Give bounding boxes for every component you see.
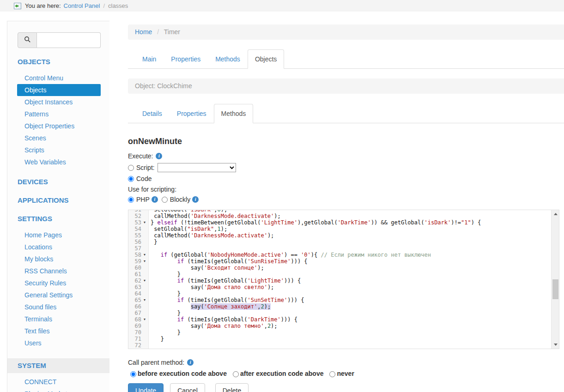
- parent-option-radio-before-execution-code-above[interactable]: [130, 371, 136, 377]
- code-text[interactable]: }: [149, 329, 181, 336]
- code-text[interactable]: say('Дома стало темно',2);: [149, 323, 278, 329]
- code-line-53[interactable]: 53▾} elseif (!timeBetween(getGlobal('Lig…: [128, 219, 551, 226]
- tab-properties[interactable]: Properties: [164, 49, 208, 69]
- fold-arrow-icon[interactable]: ▾: [141, 258, 148, 265]
- sidebar-item-patterns[interactable]: Patterns: [17, 108, 101, 120]
- breadcrumb-control-panel-link[interactable]: Control Panel: [64, 2, 100, 9]
- code-line-62[interactable]: 62▾ if (timeIs(getGlobal('LightTime'))) …: [128, 277, 551, 284]
- editor-scrollbar[interactable]: [551, 210, 559, 349]
- code-text[interactable]: say('Солнце заходит',2);: [149, 303, 271, 310]
- code-radio[interactable]: [128, 176, 134, 182]
- code-line-71[interactable]: 71 }: [128, 336, 551, 342]
- subtab-methods[interactable]: Methods: [214, 104, 254, 123]
- code-text[interactable]: [149, 342, 151, 349]
- sidebar-item-connect[interactable]: CONNECT: [17, 376, 101, 388]
- code-text[interactable]: if (timeIs(getGlobal('DarkTime'))) {: [149, 316, 297, 323]
- sidebar-item-object-properties[interactable]: Object Properties: [17, 120, 101, 132]
- code-line-70[interactable]: 70 }: [128, 329, 551, 336]
- php-radio[interactable]: [128, 197, 134, 203]
- call-parent-info-icon[interactable]: i: [187, 359, 194, 366]
- code-line-61[interactable]: 61 }: [128, 271, 551, 277]
- script-select[interactable]: [158, 163, 236, 172]
- code-line-65[interactable]: 65▾ if (timeIs(getGlobal('SunSetTime')))…: [128, 297, 551, 303]
- code-text[interactable]: callMethod('DarknessMode.activate');: [149, 232, 274, 239]
- code-line-52[interactable]: 52 callMethod('DarknessMode.deactivate')…: [128, 213, 551, 219]
- scroll-down-arrow[interactable]: [552, 341, 559, 349]
- code-label[interactable]: Code: [136, 175, 152, 182]
- sidebar-item-rss-channels[interactable]: RSS Channels: [17, 265, 101, 277]
- code-line-66[interactable]: 66 say('Солнце заходит',2);: [128, 303, 551, 310]
- code-text[interactable]: }: [149, 271, 181, 277]
- code-line-63[interactable]: 63 say('Дома стало светло');: [128, 284, 551, 290]
- sidebar-item-security-rules[interactable]: Security Rules: [17, 277, 101, 289]
- cancel-button[interactable]: Cancel: [170, 383, 205, 392]
- code-line-57[interactable]: 57: [128, 245, 551, 252]
- sidebar-item-control-menu[interactable]: Control Menu: [17, 72, 101, 84]
- code-text[interactable]: if (timeIs(getGlobal('LightTime'))) {: [149, 277, 301, 284]
- sidebar-item-sound-files[interactable]: Sound files: [17, 301, 101, 313]
- tab-main[interactable]: Main: [135, 49, 164, 69]
- breadcrumb-home-link[interactable]: Home: [135, 28, 152, 36]
- sidebar-item-general-settings[interactable]: General Settings: [17, 289, 101, 301]
- code-text[interactable]: if (getGlobal('NobodyHomeMode.active') =…: [149, 252, 431, 258]
- code-line-59[interactable]: 59▾ if (timeIs(getGlobal('SunRiseTime'))…: [128, 258, 551, 265]
- code-line-56[interactable]: 56 }: [128, 239, 551, 245]
- execute-info-icon[interactable]: i: [156, 153, 162, 159]
- script-label[interactable]: Script:: [136, 164, 155, 171]
- fold-arrow-icon[interactable]: ▾: [141, 277, 148, 284]
- code-text[interactable]: } elseif (!timeBetween(getGlobal('LightT…: [149, 219, 481, 226]
- blockly-radio[interactable]: [162, 197, 168, 203]
- code-text[interactable]: }: [149, 336, 164, 342]
- sidebar-item-terminals[interactable]: Terminals: [17, 313, 101, 325]
- code-text[interactable]: if (timeIs(getGlobal('SunRiseTime'))) {: [149, 258, 308, 265]
- code-text[interactable]: if (timeIs(getGlobal('SunSetTime'))) {: [149, 297, 304, 303]
- parent-option-radio-never[interactable]: [329, 371, 335, 377]
- code-line-60[interactable]: 60 say('Всходит солнце');: [128, 265, 551, 271]
- code-line-72[interactable]: 72: [128, 342, 551, 349]
- code-text[interactable]: [149, 245, 151, 252]
- fold-arrow-icon[interactable]: ▾: [141, 252, 148, 258]
- sidebar-item-home-pages[interactable]: Home Pages: [17, 229, 101, 241]
- code-text[interactable]: setGlobal("isDark",0);: [149, 210, 227, 213]
- sidebar-item-objects[interactable]: Objects: [17, 84, 101, 96]
- code-text[interactable]: }: [149, 239, 157, 245]
- fold-arrow-icon[interactable]: ▾: [141, 219, 148, 226]
- script-radio[interactable]: [128, 165, 134, 171]
- code-line-68[interactable]: 68▾ if (timeIs(getGlobal('DarkTime'))) {: [128, 316, 551, 323]
- blockly-info-icon[interactable]: i: [192, 196, 199, 203]
- delete-button[interactable]: Delete: [215, 383, 249, 392]
- sidebar-item-web-variables[interactable]: Web Variables: [17, 156, 101, 168]
- sidebar-item-scripts[interactable]: Scripts: [17, 144, 101, 156]
- subtab-details[interactable]: Details: [135, 104, 170, 123]
- code-line-51[interactable]: 51 setGlobal("isDark",0);: [128, 210, 551, 213]
- tab-objects[interactable]: Objects: [248, 49, 284, 69]
- code-line-58[interactable]: 58▾ if (getGlobal('NobodyHomeMode.active…: [128, 252, 551, 258]
- fold-arrow-icon[interactable]: ▾: [141, 316, 148, 323]
- fold-arrow-icon[interactable]: ▾: [141, 297, 148, 303]
- sidebar-item-users[interactable]: Users: [17, 337, 101, 349]
- php-label[interactable]: PHP: [136, 196, 150, 203]
- code-text[interactable]: say('Всходит солнце');: [149, 265, 264, 271]
- sidebar-item-locations[interactable]: Locations: [17, 241, 101, 253]
- scroll-up-arrow[interactable]: [552, 210, 559, 218]
- sidebar-item-scenes[interactable]: Scenes: [17, 132, 101, 144]
- sidebar-item-object-instances[interactable]: Object Instances: [17, 96, 101, 108]
- search-input[interactable]: [37, 32, 101, 48]
- code-text[interactable]: }: [149, 290, 181, 297]
- parent-option-label-before-execution-code-above[interactable]: before execution code above: [138, 370, 227, 377]
- sidebar-item-text-files[interactable]: Text files: [17, 325, 101, 337]
- code-text[interactable]: setGlobal("isDark",1);: [149, 226, 227, 232]
- parent-option-label-never[interactable]: never: [337, 370, 354, 377]
- sidebar-item-my-blocks[interactable]: My blocks: [17, 253, 101, 265]
- tab-methods[interactable]: Methods: [208, 49, 248, 69]
- blockly-label[interactable]: Blockly: [170, 196, 190, 203]
- code-line-54[interactable]: 54 setGlobal("isDark",1);: [128, 226, 551, 232]
- code-text[interactable]: }: [149, 310, 181, 316]
- update-button[interactable]: Update: [128, 383, 164, 392]
- code-line-64[interactable]: 64 }: [128, 290, 551, 297]
- subtab-properties[interactable]: Properties: [170, 104, 214, 123]
- php-info-icon[interactable]: i: [152, 196, 158, 203]
- search-button[interactable]: [18, 32, 37, 48]
- parent-option-radio-after-execution-code-above[interactable]: [233, 371, 239, 377]
- scrollbar-thumb[interactable]: [552, 279, 558, 299]
